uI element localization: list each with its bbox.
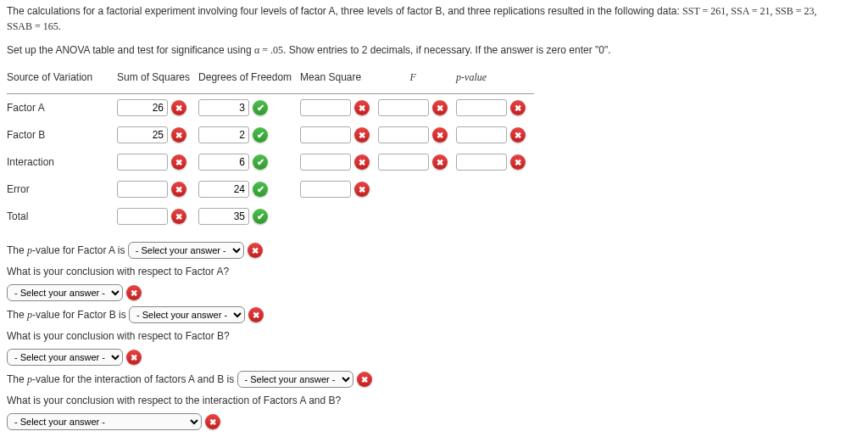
question-conclusion-ab: What is your conclusion with respect to … — [7, 393, 861, 408]
cross-icon — [126, 285, 142, 300]
input-factor-b-ms[interactable] — [300, 126, 351, 143]
label-interaction: Interaction — [7, 148, 117, 176]
cross-icon — [205, 414, 220, 429]
check-icon — [253, 182, 268, 197]
table-row-error: Error — [7, 176, 534, 203]
input-total-df[interactable] — [198, 208, 249, 225]
header-ms: Mean Square — [300, 66, 378, 94]
input-error-ms[interactable] — [300, 181, 351, 198]
table-row-factor-b: Factor B — [7, 121, 534, 148]
header-f: F — [378, 66, 456, 94]
input-factor-b-p[interactable] — [456, 126, 507, 143]
cross-icon — [126, 350, 142, 365]
cross-icon — [510, 154, 526, 170]
input-factor-b-df[interactable] — [198, 126, 249, 143]
input-interaction-ms[interactable] — [300, 154, 351, 171]
problem-line2: SSAB = 165. — [7, 20, 61, 32]
label-total: Total — [7, 203, 117, 230]
cross-icon — [171, 154, 186, 170]
input-interaction-ss[interactable] — [117, 154, 168, 171]
check-icon — [253, 154, 268, 170]
header-ss: Sum of Squares — [117, 66, 198, 94]
input-factor-b-ss[interactable] — [117, 126, 168, 143]
cross-icon — [357, 372, 372, 387]
problem-line1b: SST = 261, SSA = 21, SSB = 23, — [682, 5, 816, 17]
input-factor-a-ms[interactable] — [300, 99, 351, 116]
cross-icon — [171, 209, 186, 224]
input-factor-a-f[interactable] — [378, 99, 429, 116]
table-row-interaction: Interaction — [7, 148, 534, 176]
question-pvalue-a: The p-value for Factor A is - Select you… — [7, 242, 861, 259]
problem-statement: The calculations for a factorial experim… — [7, 3, 861, 34]
input-interaction-df[interactable] — [198, 154, 249, 171]
problem-line1a: The calculations for a factorial experim… — [7, 5, 682, 17]
header-source: Source of Variation — [7, 66, 117, 94]
cross-icon — [432, 127, 448, 143]
check-icon — [253, 100, 268, 115]
cross-icon — [354, 154, 370, 170]
table-row-factor-a: Factor A — [7, 94, 534, 122]
select-conclusion-a[interactable]: - Select your answer - — [7, 284, 123, 301]
cross-icon — [171, 127, 186, 143]
cross-icon — [432, 100, 448, 115]
input-interaction-f[interactable] — [378, 154, 429, 171]
problem-instruction: Set up the ANOVA table and test for sign… — [7, 42, 861, 58]
input-error-df[interactable] — [198, 181, 249, 198]
question-conclusion-b: What is your conclusion with respect to … — [7, 328, 861, 344]
select-conclusion-b[interactable]: - Select your answer - — [7, 349, 123, 366]
cross-icon — [354, 100, 370, 115]
select-pvalue-b[interactable]: - Select your answer - — [129, 306, 245, 323]
cross-icon — [432, 154, 448, 170]
input-error-ss[interactable] — [117, 181, 168, 198]
select-pvalue-a[interactable]: - Select your answer - — [128, 242, 244, 259]
instruction-a: Set up the ANOVA table and test for sign… — [7, 44, 254, 56]
input-total-ss[interactable] — [117, 208, 168, 225]
cross-icon — [354, 182, 370, 197]
table-row-total: Total — [7, 203, 534, 230]
cross-icon — [354, 127, 370, 143]
input-factor-a-ss[interactable] — [117, 99, 168, 116]
input-factor-a-df[interactable] — [198, 99, 249, 116]
label-error: Error — [7, 176, 117, 203]
instruction-c: . Show entries to 2 decimals, if necessa… — [283, 44, 610, 56]
cross-icon — [171, 100, 186, 115]
header-pvalue: p-value — [456, 66, 534, 94]
input-interaction-p[interactable] — [456, 154, 507, 171]
cross-icon — [248, 243, 263, 258]
label-factor-b: Factor B — [7, 121, 117, 148]
question-pvalue-b: The p-value for Factor B is - Select you… — [7, 306, 861, 323]
cross-icon — [510, 127, 526, 143]
label-factor-a: Factor A — [7, 94, 117, 122]
question-conclusion-a: What is your conclusion with respect to … — [7, 264, 861, 279]
instruction-alpha: α = .05 — [254, 44, 283, 56]
input-factor-b-f[interactable] — [378, 126, 429, 143]
cross-icon — [510, 100, 526, 115]
anova-table: Source of Variation Sum of Squares Degre… — [7, 66, 534, 230]
cross-icon — [248, 307, 264, 322]
header-df: Degrees of Freedom — [198, 66, 300, 94]
select-pvalue-ab[interactable]: - Select your answer - — [237, 371, 353, 388]
check-icon — [253, 209, 268, 224]
cross-icon — [171, 182, 186, 197]
question-pvalue-ab: The p-value for the interaction of facto… — [7, 371, 861, 388]
input-factor-a-p[interactable] — [456, 99, 507, 116]
check-icon — [253, 127, 268, 143]
select-conclusion-ab[interactable]: - Select your answer - — [7, 413, 202, 430]
